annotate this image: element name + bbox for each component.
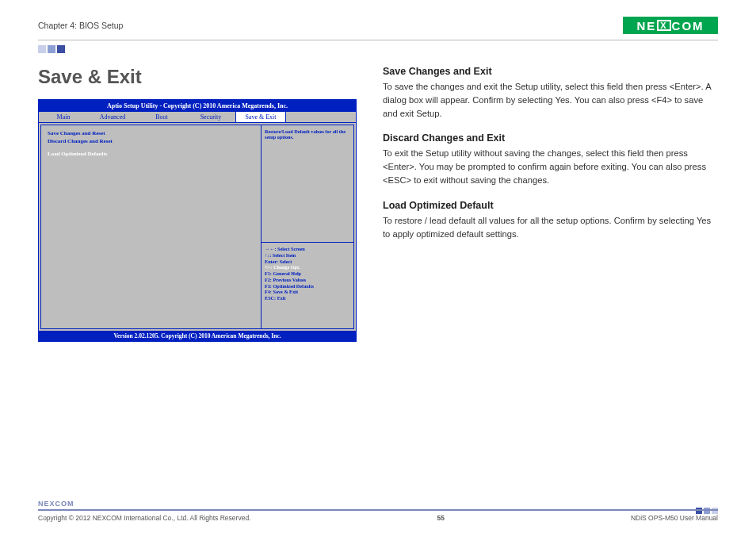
bios-screenshot: Aptio Setup Utility - Copyright (C) 2010… xyxy=(38,99,357,342)
chapter-label: Chapter 4: BIOS Setup xyxy=(38,21,123,30)
footer-copyright: Copyright © 2012 NEXCOM International Co… xyxy=(38,514,250,522)
footer-doc-name: NDiS OPS-M50 User Manual xyxy=(631,514,718,522)
section-heading-load: Load Optimized Default xyxy=(383,200,718,211)
bios-tab-advanced[interactable]: Advanced xyxy=(88,112,137,122)
bios-footer: Version 2.02.1205. Copyright (C) 2010 Am… xyxy=(39,331,356,341)
section-heading-save: Save Changes and Exit xyxy=(383,66,718,77)
section-body-load: To restore / lead default all values for… xyxy=(383,214,718,241)
bios-tab-main[interactable]: Main xyxy=(39,112,88,122)
section-heading-discard: Discard Changes and Exit xyxy=(383,132,718,144)
bios-options-panel: Save Changes and Reset Discard Changes a… xyxy=(41,125,262,328)
section-body-discard: To exit the Setup utility without saving… xyxy=(383,147,718,186)
bios-tab-security[interactable]: Security xyxy=(186,112,235,122)
bios-tab-boot[interactable]: Boot xyxy=(137,112,186,122)
bios-tab-bar: Main Advanced Boot Security Save & Exit xyxy=(39,112,356,123)
bios-option-save-reset[interactable]: Save Changes and Reset xyxy=(48,130,254,136)
bios-help-text: Restore/Load Default values for all the … xyxy=(262,125,353,243)
footer-logo: NEXCOM xyxy=(38,500,718,508)
section-body-save: To save the changes and exit the Setup u… xyxy=(383,80,718,120)
decorative-squares xyxy=(38,45,718,53)
page-number: 55 xyxy=(437,514,444,522)
page-title: Save & Exit xyxy=(38,66,359,88)
brand-logo: NEXCOM xyxy=(623,17,718,34)
bios-option-discard-reset[interactable]: Discard Changes and Reset xyxy=(48,138,254,144)
bios-title-bar: Aptio Setup Utility - Copyright (C) 2010… xyxy=(39,100,356,112)
bios-option-load-defaults[interactable]: Load Optimized Defaults xyxy=(48,151,254,157)
bios-shortcuts: →←: Select Screen ↑↓: Select Item Enter:… xyxy=(262,243,353,328)
bios-tab-save-exit[interactable]: Save & Exit xyxy=(235,112,286,122)
